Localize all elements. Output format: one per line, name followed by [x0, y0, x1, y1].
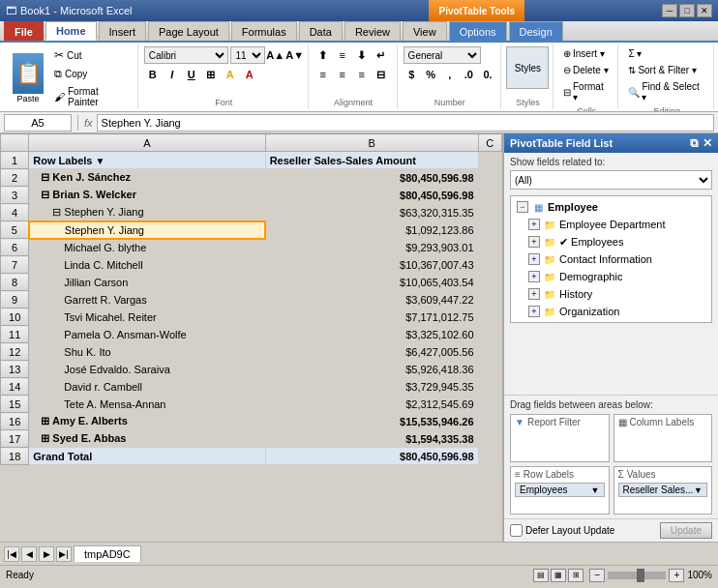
cell-a10[interactable]: Tsvi Micahel. Reiter — [29, 309, 265, 326]
cell-b10[interactable]: $7,171,012.75 — [265, 309, 478, 326]
sort-filter-button[interactable]: ⇅Sort & Filter ▾ — [624, 63, 709, 77]
italic-button[interactable]: I — [164, 66, 181, 83]
field-item-contact[interactable]: + 📁 Contact Information — [513, 250, 709, 268]
sum-button[interactable]: Σ▾ — [624, 46, 709, 61]
cell-b5[interactable]: $1,092,123.86 — [265, 221, 478, 239]
row-header-1[interactable]: 1 — [1, 152, 29, 169]
cell-a2[interactable]: ⊟ Ken J. Sánchez — [29, 169, 265, 187]
field-item-history[interactable]: + 📁 History — [513, 285, 709, 303]
paste-button[interactable]: 📋 Paste — [8, 50, 48, 106]
styles-button[interactable]: Styles — [506, 46, 549, 89]
cell-b4[interactable]: $63,320,315.35 — [265, 204, 478, 221]
increase-decimal-button[interactable]: .0 — [461, 66, 478, 83]
cell-c7[interactable] — [478, 256, 501, 274]
title-bar-controls[interactable]: ─ □ ✕ — [662, 4, 712, 17]
cell-b1[interactable]: Reseller Sales-Sales Amount — [265, 152, 478, 169]
field-item-employee[interactable]: − ▦ Employee — [513, 198, 709, 216]
values-chip[interactable]: Reseller Sales... ▼ — [618, 483, 708, 497]
cell-a15[interactable]: Tete A. Mensa-Annan — [29, 396, 265, 413]
maximize-button[interactable]: □ — [679, 4, 695, 17]
cell-c13[interactable] — [478, 361, 501, 378]
minimize-button[interactable]: ─ — [662, 4, 677, 17]
pivot-copy-icon[interactable]: ⧉ — [690, 136, 699, 150]
history-expand-button[interactable]: + — [528, 288, 540, 300]
row-header-15[interactable]: 15 — [1, 396, 29, 413]
insert-cells-button[interactable]: ⊕Insert ▾ — [559, 46, 613, 61]
employees-expand-button[interactable]: + — [528, 236, 540, 248]
employee-dept-expand-button[interactable]: + — [528, 219, 540, 230]
field-item-demographic[interactable]: + 📁 Demographic — [513, 268, 709, 285]
row-labels-chip[interactable]: Employees ▼ — [515, 483, 605, 497]
font-grow-button[interactable]: A▲ — [267, 46, 284, 64]
page-break-view-button[interactable]: ⊞ — [568, 569, 583, 582]
zoom-thumb[interactable] — [637, 569, 644, 582]
tab-view[interactable]: View — [403, 21, 447, 41]
cell-c6[interactable] — [478, 239, 501, 256]
cell-c12[interactable] — [478, 343, 501, 361]
formula-input[interactable] — [97, 114, 714, 132]
cell-b3[interactable]: $80,450,596.98 — [265, 187, 478, 204]
tab-formulas[interactable]: Formulas — [231, 21, 297, 41]
cell-c14[interactable] — [478, 378, 501, 396]
close-button[interactable]: ✕ — [697, 4, 712, 17]
row-header-4[interactable]: 4 — [1, 204, 29, 221]
cell-a14[interactable]: David r. Cambell — [29, 378, 265, 396]
comma-button[interactable]: , — [441, 66, 459, 83]
cell-c3[interactable] — [478, 187, 501, 204]
page-layout-view-button[interactable]: ▦ — [551, 569, 566, 582]
find-select-button[interactable]: 🔍Find & Select ▾ — [624, 79, 709, 104]
decrease-decimal-button[interactable]: 0. — [479, 66, 496, 83]
cell-a1[interactable]: Row Labels ▼ — [29, 152, 265, 169]
cell-b11[interactable]: $3,325,102.60 — [265, 326, 478, 343]
cell-b12[interactable]: $6,427,005.56 — [265, 343, 478, 361]
align-left-button[interactable]: ≡ — [314, 66, 332, 83]
align-center-button[interactable]: ≡ — [334, 66, 351, 83]
row-header-6[interactable]: 6 — [1, 239, 29, 256]
currency-button[interactable]: $ — [404, 66, 421, 83]
cell-c17[interactable] — [478, 430, 501, 448]
zoom-slider[interactable] — [608, 572, 666, 579]
number-format-select[interactable]: General — [404, 46, 481, 64]
tab-review[interactable]: Review — [344, 21, 401, 41]
cell-c11[interactable] — [478, 326, 501, 343]
font-family-select[interactable]: Calibri — [144, 46, 229, 64]
cell-a13[interactable]: José Edvaldo. Saraiva — [29, 361, 265, 378]
align-right-button[interactable]: ≡ — [353, 66, 371, 83]
wrap-text-button[interactable]: ↵ — [373, 46, 390, 64]
cell-b2[interactable]: $80,450,596.98 — [265, 169, 478, 187]
row-header-11[interactable]: 11 — [1, 326, 29, 343]
bold-button[interactable]: B — [144, 66, 162, 83]
col-header-b[interactable]: B — [265, 134, 478, 152]
cell-c5[interactable] — [478, 221, 501, 239]
cell-c18[interactable] — [478, 448, 501, 465]
cell-b8[interactable]: $10,065,403.54 — [265, 274, 478, 291]
row-header-8[interactable]: 8 — [1, 274, 29, 291]
cell-a6[interactable]: Michael G. blythe — [29, 239, 265, 256]
cut-button[interactable]: ✂Cut — [50, 46, 134, 64]
cell-a12[interactable]: Shu K. Ito — [29, 343, 265, 361]
employee-expand-button[interactable]: − — [517, 201, 528, 213]
border-button[interactable]: ⊞ — [202, 66, 220, 83]
cell-a4[interactable]: ⊟ Stephen Y. Jiang — [29, 204, 265, 221]
row-chip-dropdown[interactable]: ▼ — [591, 485, 600, 495]
format-painter-button[interactable]: 🖌Format Painter — [50, 84, 134, 109]
copy-button[interactable]: ⧉Copy — [50, 66, 134, 82]
field-item-employees[interactable]: + 📁 ✔ Employees — [513, 233, 709, 250]
row-header-10[interactable]: 10 — [1, 309, 29, 326]
demographic-expand-button[interactable]: + — [528, 271, 540, 282]
row-header-17[interactable]: 17 — [1, 430, 29, 448]
cell-a17[interactable]: ⊞ Syed E. Abbas — [29, 430, 265, 448]
col-header-c[interactable]: C — [478, 134, 501, 152]
update-button[interactable]: Update — [660, 522, 712, 539]
pivot-close-icon[interactable]: ✕ — [703, 136, 712, 150]
row-header-14[interactable]: 14 — [1, 378, 29, 396]
cell-c16[interactable] — [478, 413, 501, 430]
cell-c10[interactable] — [478, 309, 501, 326]
tab-page-layout[interactable]: Page Layout — [148, 21, 229, 41]
row-header-7[interactable]: 7 — [1, 256, 29, 274]
format-cells-button[interactable]: ⊟Format ▾ — [559, 79, 613, 104]
merge-button[interactable]: ⊟ — [373, 66, 390, 83]
cell-c9[interactable] — [478, 291, 501, 309]
cell-b18[interactable]: $80,450,596.98 — [265, 448, 478, 465]
cell-c4[interactable] — [478, 204, 501, 221]
